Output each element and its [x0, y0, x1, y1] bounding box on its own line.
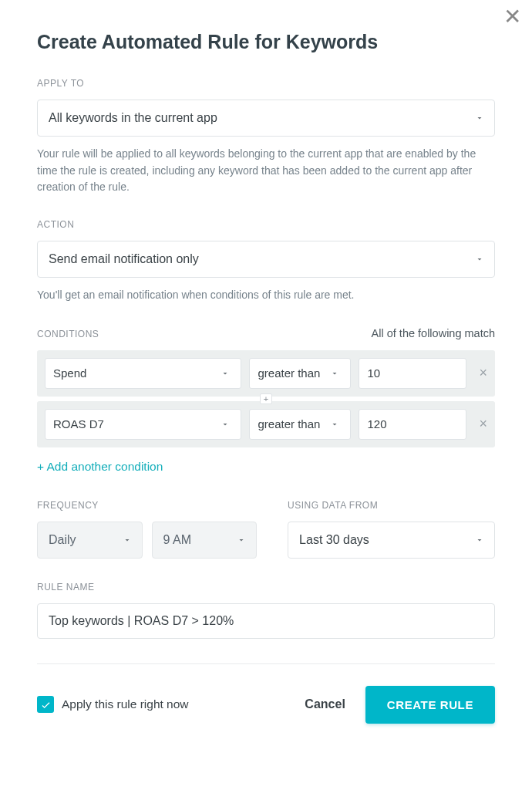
condition-operator-value: greater than [258, 417, 320, 430]
action-helper: You'll get an email notification when co… [37, 287, 495, 304]
remove-condition-icon[interactable]: × [474, 416, 487, 432]
frequency-time-value: 9 AM [163, 533, 191, 547]
rule-name-label: RULE NAME [37, 582, 495, 592]
data-from-label: USING DATA FROM [288, 500, 495, 511]
action-value: Send email notification only [49, 252, 199, 266]
condition-value-input[interactable] [367, 417, 458, 430]
chevron-down-icon [221, 420, 230, 429]
action-label: ACTION [37, 219, 495, 230]
apply-now-checkbox[interactable] [37, 696, 54, 713]
create-rule-button[interactable]: CREATE RULE [365, 686, 495, 724]
chevron-down-icon [330, 420, 339, 429]
conditions-label: CONDITIONS [37, 329, 99, 339]
condition-operator-select[interactable]: greater than [249, 409, 351, 440]
apply-now-row: Apply this rule right now [37, 696, 189, 713]
action-select[interactable]: Send email notification only [37, 241, 495, 278]
condition-field-select[interactable]: Spend [45, 358, 241, 389]
create-rule-modal: ✕ Create Automated Rule for Keywords APP… [0, 0, 532, 748]
divider [37, 663, 495, 664]
modal-title: Create Automated Rule for Keywords [37, 31, 495, 53]
data-from-select[interactable]: Last 30 days [288, 522, 495, 559]
condition-row: + ROAS D7 greater than × [37, 401, 495, 447]
apply-to-value: All keywords in the current app [49, 111, 217, 125]
condition-operator-value: greater than [258, 366, 320, 380]
frequency-time-select[interactable]: 9 AM [152, 522, 258, 559]
add-condition-button[interactable]: + Add another condition [37, 460, 495, 474]
condition-value-input[interactable] [367, 366, 458, 380]
modal-footer: Apply this rule right now Cancel CREATE … [37, 686, 495, 724]
conditions-match-text: All of the following match [372, 327, 495, 339]
condition-field-value: Spend [53, 366, 86, 380]
condition-field-value: ROAS D7 [53, 417, 104, 430]
condition-field-select[interactable]: ROAS D7 [45, 409, 241, 440]
cancel-button[interactable]: Cancel [305, 697, 345, 711]
condition-connector-icon: + [260, 393, 272, 404]
close-icon[interactable]: ✕ [503, 6, 521, 28]
condition-value-input-wrap [359, 409, 466, 440]
apply-to-helper: Your rule will be applied to all keyword… [37, 146, 495, 196]
rule-name-input[interactable] [37, 603, 495, 639]
remove-condition-icon[interactable]: × [474, 365, 487, 381]
apply-now-label: Apply this rule right now [62, 697, 189, 711]
chevron-down-icon [221, 369, 230, 378]
data-from-value: Last 30 days [299, 533, 369, 547]
condition-operator-select[interactable]: greater than [249, 358, 351, 389]
chevron-down-icon [330, 369, 339, 378]
frequency-interval-value: Daily [49, 533, 76, 547]
apply-to-label: APPLY TO [37, 78, 495, 89]
apply-to-select[interactable]: All keywords in the current app [37, 100, 495, 137]
frequency-label: FREQUENCY [37, 500, 257, 511]
frequency-interval-select[interactable]: Daily [37, 522, 143, 559]
check-icon [40, 699, 52, 711]
condition-value-input-wrap [359, 358, 466, 389]
condition-row: Spend greater than × [37, 350, 495, 397]
